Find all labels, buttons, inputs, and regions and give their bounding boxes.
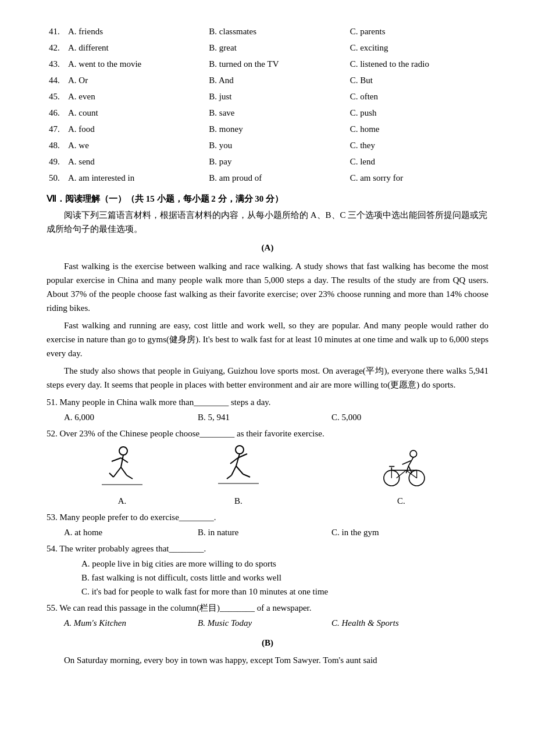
q52-image-a: A. bbox=[64, 445, 180, 508]
q-option-b: B. you bbox=[206, 137, 347, 153]
q-option-b: B. money bbox=[206, 121, 347, 137]
q53-a: A. at home bbox=[64, 525, 198, 539]
passage-a-title: (A) bbox=[47, 241, 488, 255]
svg-line-6 bbox=[121, 467, 127, 475]
q-option-c: C. push bbox=[348, 105, 488, 121]
question-55: 55. We can read this passage in the colu… bbox=[47, 601, 488, 630]
table-row: 44. A. Or B. And C. But bbox=[47, 72, 488, 88]
q-option-b: B. classmates bbox=[206, 23, 347, 40]
q52-images: A. B. bbox=[64, 445, 488, 508]
q-number: 44. bbox=[47, 72, 66, 88]
q-number: 48. bbox=[47, 137, 66, 153]
svg-line-16 bbox=[227, 475, 231, 479]
q51-c: C. 5,000 bbox=[331, 410, 465, 424]
q-number: 43. bbox=[47, 56, 66, 72]
q-option-b: B. am proud of bbox=[206, 170, 347, 186]
q-option-c: C. home bbox=[348, 121, 488, 137]
q-option-b: B. And bbox=[206, 72, 347, 88]
question-53: 53. Many people prefer to do exercise___… bbox=[47, 510, 488, 539]
q51-text: 51. Many people in China walk more than_… bbox=[47, 395, 488, 409]
q-option-b: B. save bbox=[206, 105, 347, 121]
question-52: 52. Over 23% of the Chinese people choos… bbox=[47, 427, 488, 508]
svg-line-4 bbox=[113, 467, 121, 477]
q-option-a: A. friends bbox=[66, 23, 206, 40]
q-option-c: C. lend bbox=[348, 153, 488, 170]
q-option-c: C. exciting bbox=[348, 40, 488, 56]
table-row: 48. A. we B. you C. they bbox=[47, 137, 488, 153]
section-7-title: Ⅶ．阅读理解（一）（共 15 小题，每小题 2 分，满分 30 分） bbox=[47, 194, 283, 203]
q-option-b: B. turned on the TV bbox=[206, 56, 347, 72]
q-option-b: B. great bbox=[206, 40, 347, 56]
passage-a-paragraph: Fast walking and running are easy, cost … bbox=[47, 318, 488, 360]
svg-line-5 bbox=[109, 473, 113, 477]
table-row: 41. A. friends B. classmates C. parents bbox=[47, 23, 488, 40]
q-option-a: A. Or bbox=[66, 72, 206, 88]
questions-41-50: 41. A. friends B. classmates C. parents … bbox=[47, 23, 488, 186]
q-number: 45. bbox=[47, 88, 66, 105]
fast-walker-icon bbox=[209, 445, 268, 492]
table-row: 43. A. went to the movie B. turned on th… bbox=[47, 56, 488, 72]
q-option-a: A. even bbox=[66, 88, 206, 105]
section-7-header: Ⅶ．阅读理解（一）（共 15 小题，每小题 2 分，满分 30 分） 阅读下列三… bbox=[47, 192, 488, 236]
question-51: 51. Many people in China walk more than_… bbox=[47, 395, 488, 424]
table-row: 47. A. food B. money C. home bbox=[47, 121, 488, 137]
q55-text: 55. We can read this passage in the colu… bbox=[47, 601, 488, 615]
q-number: 41. bbox=[47, 23, 66, 40]
q-number: 50. bbox=[47, 170, 66, 186]
passage-a-paragraph: Fast walking is the exercise between wal… bbox=[47, 259, 488, 315]
q-option-b: B. pay bbox=[206, 153, 347, 170]
svg-line-2 bbox=[112, 458, 121, 461]
q-option-c: C. am sorry for bbox=[348, 170, 488, 186]
question-54: 54. The writer probably agrees that_____… bbox=[47, 542, 488, 599]
q54-text: 54. The writer probably agrees that_____… bbox=[47, 542, 488, 556]
passage-b-title: (B) bbox=[47, 636, 488, 650]
q52-image-b: B. bbox=[180, 445, 297, 508]
q54-b: B. fast walking is not difficult, costs … bbox=[81, 571, 488, 585]
svg-point-0 bbox=[119, 447, 127, 455]
table-row: 50. A. am interested in B. am proud of C… bbox=[47, 170, 488, 186]
svg-line-15 bbox=[231, 466, 236, 475]
cyclist-icon bbox=[372, 445, 430, 492]
svg-line-10 bbox=[236, 454, 240, 466]
q-number: 46. bbox=[47, 105, 66, 121]
table-row: 46. A. count B. save C. push bbox=[47, 105, 488, 121]
q-option-c: C. they bbox=[348, 137, 488, 153]
svg-point-18 bbox=[410, 450, 417, 457]
q52-label-b: B. bbox=[234, 494, 242, 508]
q-number: 42. bbox=[47, 40, 66, 56]
q52-label-c: C. bbox=[397, 494, 405, 508]
q53-text: 53. Many people prefer to do exercise___… bbox=[47, 510, 488, 524]
q55-a: A. Mum's Kitchen bbox=[64, 616, 198, 630]
q-option-b: B. just bbox=[206, 88, 347, 105]
q54-c: C. it's bad for people to walk fast for … bbox=[81, 585, 488, 599]
section-7-instruction: 阅读下列三篇语言材料，根据语言材料的内容，从每小题所给的 A、B、C 三个选项中… bbox=[47, 208, 488, 236]
runner-icon bbox=[93, 445, 151, 492]
svg-line-13 bbox=[236, 466, 243, 474]
table-row: 49. A. send B. pay C. lend bbox=[47, 153, 488, 170]
q-option-a: A. food bbox=[66, 121, 206, 137]
q-option-a: A. count bbox=[66, 105, 206, 121]
q52-text: 52. Over 23% of the Chinese people choos… bbox=[47, 427, 488, 440]
svg-line-14 bbox=[243, 474, 250, 477]
q55-b: B. Music Today bbox=[198, 616, 331, 630]
q-option-c: C. often bbox=[348, 88, 488, 105]
q52-label-a: A. bbox=[118, 494, 127, 508]
q-option-c: C. parents bbox=[348, 23, 488, 40]
q53-c: C. in the gym bbox=[331, 525, 465, 539]
svg-point-9 bbox=[236, 446, 244, 454]
q51-b: B. 5, 941 bbox=[198, 410, 331, 424]
q51-a: A. 6,000 bbox=[64, 410, 198, 424]
passage-a-paragraph: The study also shows that people in Guiy… bbox=[47, 364, 488, 392]
table-row: 42. A. different B. great C. exciting bbox=[47, 40, 488, 56]
q-option-a: A. different bbox=[66, 40, 206, 56]
svg-line-7 bbox=[127, 475, 133, 479]
q53-b: B. in nature bbox=[198, 525, 331, 539]
q-option-a: A. we bbox=[66, 137, 206, 153]
q-option-c: C. listened to the radio bbox=[348, 56, 488, 72]
q-option-a: A. am interested in bbox=[66, 170, 206, 186]
table-row: 45. A. even B. just C. often bbox=[47, 88, 488, 105]
q54-a: A. people live in big cities are more wi… bbox=[81, 557, 488, 571]
svg-line-1 bbox=[121, 455, 123, 467]
passage-b-start: On Saturday morning, every boy in town w… bbox=[47, 653, 488, 667]
q-number: 49. bbox=[47, 153, 66, 170]
